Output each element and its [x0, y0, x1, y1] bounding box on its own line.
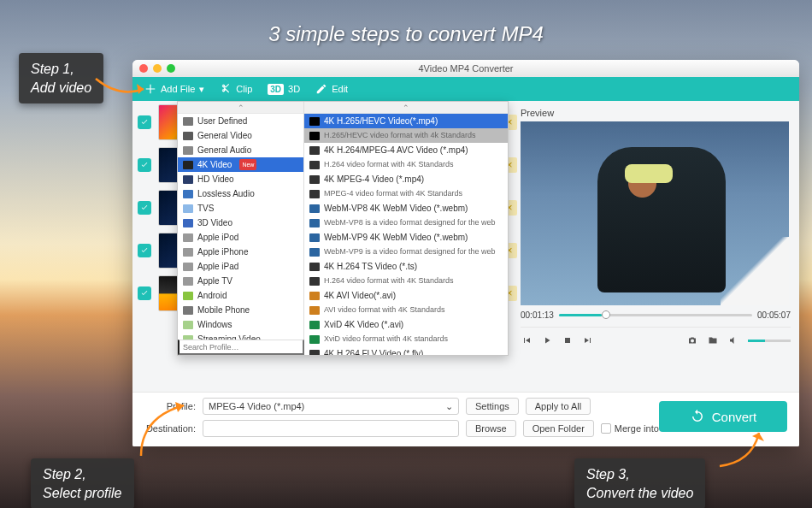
profile-category-item[interactable]: User Defined	[178, 114, 303, 128]
preview-label: Preview	[521, 108, 791, 118]
time-total: 00:05:07	[757, 310, 791, 320]
chevron-up-icon[interactable]: ⌃	[178, 102, 303, 114]
profile-formats[interactable]: ⌃ 4K H.265/HEVC Video(*.mp4)H.265/HEVC v…	[304, 102, 508, 355]
callout-step2: Step 2, Select profile	[31, 458, 134, 508]
scissors-icon	[220, 83, 232, 95]
toolbar: Add File ▾ Clip 3D 3D Edit	[132, 77, 799, 101]
checkbox-icon	[601, 423, 611, 434]
time-current: 00:01:13	[521, 310, 554, 320]
edit-button[interactable]: Edit	[315, 83, 348, 95]
profile-category-item[interactable]: General Video	[178, 128, 303, 143]
profile-format-item[interactable]: 4K MPEG-4 Video (*.mp4)	[304, 172, 508, 186]
profile-category-item[interactable]: 4K VideoNew	[178, 157, 303, 172]
stop-button[interactable]	[562, 334, 574, 346]
add-file-label: Add File	[161, 84, 195, 94]
profile-format-item[interactable]: XviD video format with 4K standards	[304, 332, 508, 346]
callout-step3: Step 3, Convert the video	[574, 458, 705, 508]
edit-label: Edit	[332, 84, 348, 94]
chevron-down-icon: ⌄	[445, 401, 453, 412]
open-folder-button[interactable]: Open Folder	[523, 420, 594, 437]
profile-format-item[interactable]: 4K H.264/MPEG-4 AVC Video (*.mp4)	[304, 143, 508, 157]
seek-slider[interactable]	[559, 314, 752, 316]
window-title: 4Video MP4 Converter	[132, 63, 799, 74]
profile-category-item[interactable]: Apple iPhone	[178, 245, 303, 259]
profile-dropdown-menu[interactable]: ⌃ User DefinedGeneral VideoGeneral Audio…	[177, 101, 509, 356]
profile-format-item[interactable]: H.264 video format with 4K Standards	[304, 274, 508, 288]
profile-category-item[interactable]: General Audio	[178, 143, 303, 157]
apply-all-button[interactable]: Apply to All	[526, 398, 591, 415]
profile-category-item[interactable]: Apple TV	[178, 274, 303, 288]
destination-input[interactable]	[203, 420, 459, 437]
profile-select[interactable]: MPEG-4 Video (*.mp4) ⌄	[203, 398, 459, 415]
profile-category-item[interactable]: Windows	[178, 317, 303, 332]
profile-category-item[interactable]: Android	[178, 288, 303, 303]
settings-button[interactable]: Settings	[466, 398, 519, 415]
profile-category-item[interactable]: Lossless Audio	[178, 186, 303, 201]
chevron-up-icon[interactable]: ⌃	[304, 102, 508, 114]
checkbox-icon[interactable]	[138, 286, 151, 300]
checkbox-icon[interactable]	[138, 201, 151, 215]
checkbox-icon[interactable]	[138, 158, 151, 172]
convert-button[interactable]: Convert	[659, 401, 787, 432]
profile-format-item[interactable]: AVI video format with 4K Standards	[304, 303, 508, 317]
convert-icon	[690, 409, 705, 424]
edit-icon	[315, 83, 327, 95]
3d-label: 3D	[288, 84, 300, 94]
checkbox-icon[interactable]	[138, 115, 151, 129]
profile-category-item[interactable]: TVS	[178, 201, 303, 216]
minimize-icon[interactable]	[153, 64, 162, 73]
profile-category-item[interactable]: HD Video	[178, 172, 303, 186]
page-headline: 3 simple steps to convert MP4	[0, 22, 812, 46]
bottom-bar: Profile: MPEG-4 Video (*.mp4) ⌄ Settings…	[132, 392, 799, 446]
convert-label: Convert	[712, 410, 757, 424]
profile-format-item[interactable]: H.264 video format with 4K Standards	[304, 157, 508, 172]
add-file-caret: ▾	[199, 84, 204, 95]
dest-field-label: Destination:	[141, 423, 196, 434]
profile-format-item[interactable]: MPEG-4 video format with 4K Standards	[304, 186, 508, 201]
clip-label: Clip	[236, 84, 252, 94]
profile-format-item[interactable]: WebM-VP8 is a video format designed for …	[304, 216, 508, 230]
add-file-icon	[144, 83, 156, 95]
profile-category-item[interactable]: Mobile Phone	[178, 303, 303, 317]
callout-step1: Step 1, Add video	[19, 53, 103, 103]
profile-category-item[interactable]: Apple iPod	[178, 230, 303, 245]
profile-format-item[interactable]: 4K H.264 FLV Video (*.flv)	[304, 346, 508, 355]
profile-search-input[interactable]	[178, 340, 304, 355]
profile-value: MPEG-4 Video (*.mp4)	[209, 401, 304, 411]
app-window: 4Video MP4 Converter Add File ▾ Clip 3D …	[132, 60, 799, 446]
profile-format-item[interactable]: WebM-VP9 is a video format designed for …	[304, 245, 508, 259]
titlebar: 4Video MP4 Converter	[132, 60, 799, 77]
zoom-icon[interactable]	[167, 64, 175, 73]
3d-icon: 3D	[268, 84, 284, 95]
profile-format-item[interactable]: 4K H.264 TS Video (*.ts)	[304, 259, 508, 274]
add-file-button[interactable]: Add File ▾	[144, 83, 204, 95]
profile-format-item[interactable]: 4K AVI Video(*.avi)	[304, 288, 508, 303]
next-button[interactable]	[582, 334, 594, 346]
browse-button[interactable]: Browse	[466, 420, 516, 437]
profile-categories[interactable]: ⌃ User DefinedGeneral VideoGeneral Audio…	[178, 102, 304, 355]
profile-format-item[interactable]: WebM-VP9 4K WebM Video (*.webm)	[304, 230, 508, 245]
checkbox-icon[interactable]	[138, 244, 151, 257]
preview-video	[521, 121, 789, 305]
close-icon[interactable]	[139, 64, 148, 73]
profile-format-item[interactable]: 4K H.265/HEVC Video(*.mp4)	[304, 114, 508, 128]
volume-icon[interactable]	[727, 334, 739, 346]
3d-button[interactable]: 3D 3D	[268, 84, 300, 95]
snapshot-button[interactable]	[686, 334, 698, 346]
profile-category-item[interactable]: Apple iPad	[178, 259, 303, 274]
clip-button[interactable]: Clip	[220, 83, 252, 95]
profile-format-item[interactable]: H.265/HEVC video format with 4k Standard…	[304, 128, 508, 143]
prev-button[interactable]	[521, 334, 533, 346]
folder-button[interactable]	[707, 334, 719, 346]
profile-format-item[interactable]: WebM-VP8 4K WebM Video (*.webm)	[304, 201, 508, 216]
profile-field-label: Profile:	[141, 401, 196, 411]
profile-format-item[interactable]: XviD 4K Video (*.avi)	[304, 317, 508, 332]
profile-category-item[interactable]: 3D Video	[178, 216, 303, 230]
play-button[interactable]	[541, 334, 553, 346]
